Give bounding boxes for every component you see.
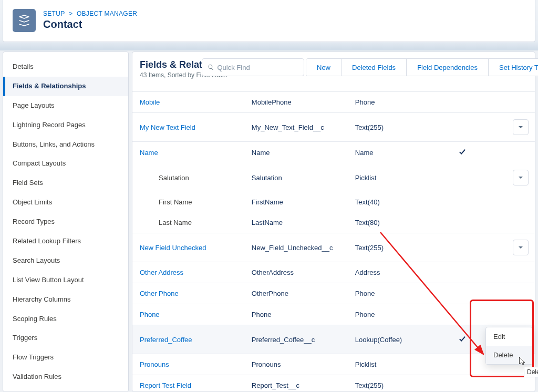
table-row: My New Text Field My_New_Text_Field__c T…	[132, 113, 535, 142]
breadcrumb-current[interactable]: OBJECT MANAGER	[77, 10, 137, 17]
field-api: Salutation	[247, 163, 351, 192]
field-link[interactable]: Mobile	[140, 98, 160, 106]
field-link[interactable]: Name	[140, 149, 158, 157]
field-type: Text(80)	[351, 212, 454, 233]
field-api: OtherAddress	[247, 262, 351, 283]
field-type: Text(255)	[351, 233, 454, 262]
field-api: Preferred_Coffee__c	[247, 325, 351, 354]
field-link[interactable]: My New Text Field	[140, 123, 195, 131]
field-api: New_Field_Unchecked__c	[247, 233, 351, 262]
field-api: My_New_Text_Field__c	[247, 113, 351, 142]
field-api: OtherPhone	[247, 283, 351, 304]
table-row: Pronouns Pronouns Picklist	[132, 354, 535, 375]
field-api: LastName	[247, 212, 351, 233]
menu-item-edit[interactable]: Edit	[486, 327, 532, 346]
field-label: Last Name	[132, 212, 247, 233]
table-row: Last Name LastName Text(80)	[132, 212, 535, 233]
sidebar-item-hierarchy-cols[interactable]: Hierarchy Columns	[3, 290, 128, 310]
breadcrumb[interactable]: SETUP > OBJECT MANAGER	[43, 10, 137, 17]
field-label: First Name	[132, 192, 247, 212]
sidebar-item-buttons-links[interactable]: Buttons, Links, and Actions	[3, 135, 128, 154]
sidebar-item-record-types[interactable]: Record Types	[3, 212, 128, 232]
field-dependencies-button[interactable]: Field Dependencies	[406, 59, 488, 76]
field-link[interactable]: New Field Unchecked	[140, 244, 206, 252]
page-title: Contact	[43, 18, 137, 30]
main-panel: Fields & Relationships 43 Items, Sorted …	[132, 51, 535, 392]
field-link[interactable]: Report Test Field	[140, 381, 191, 389]
field-api: Report_Test__c	[247, 375, 351, 393]
field-type: Phone	[351, 283, 454, 304]
table-row: Name Name Name	[132, 142, 535, 164]
table-row: Preferred_Coffee Preferred_Coffee__c Loo…	[132, 325, 535, 354]
menu-item-delete[interactable]: Delete	[486, 346, 532, 364]
check-icon	[459, 149, 466, 157]
field-api: Pronouns	[247, 354, 351, 375]
row-actions-button[interactable]	[513, 119, 529, 135]
sidebar-item-field-sets[interactable]: Field Sets	[3, 173, 128, 193]
field-link[interactable]: Pronouns	[140, 360, 169, 368]
field-type: Lookup(Coffee)	[351, 325, 454, 354]
breadcrumb-root[interactable]: SETUP	[43, 10, 65, 17]
field-type: Picklist	[351, 163, 454, 192]
sidebar-item-triggers[interactable]: Triggers	[3, 328, 128, 348]
field-type: Picklist	[351, 354, 454, 375]
page-header: SETUP > OBJECT MANAGER Contact	[0, 0, 538, 50]
field-type: Phone	[351, 92, 454, 113]
field-link[interactable]: Phone	[140, 311, 160, 318]
table-row: New Field Unchecked New_Field_Unchecked_…	[132, 233, 535, 262]
sidebar-item-search-layouts[interactable]: Search Layouts	[3, 251, 128, 271]
table-row: Report Test Field Report_Test__c Text(25…	[132, 375, 535, 393]
field-type: Text(255)	[351, 113, 454, 142]
table-row: First Name FirstName Text(40)	[132, 192, 535, 212]
field-label: Salutation	[132, 163, 247, 192]
search-icon	[208, 64, 214, 71]
table-row: Salutation Salutation Picklist	[132, 163, 535, 192]
header-button-group: New Deleted Fields Field Dependencies Se…	[306, 58, 538, 76]
sidebar-item-object-limits[interactable]: Object Limits	[3, 193, 128, 212]
sidebar-item-lightning-pages[interactable]: Lightning Record Pages	[3, 116, 128, 135]
quick-find-input[interactable]	[218, 64, 299, 71]
row-actions-menu: Edit Delete	[485, 327, 533, 365]
deleted-fields-button[interactable]: Deleted Fields	[341, 59, 406, 76]
sidebar-item-fields[interactable]: Fields & Relationships	[3, 77, 128, 96]
sidebar-item-page-layouts[interactable]: Page Layouts	[3, 96, 128, 116]
field-link[interactable]: Other Address	[140, 269, 183, 276]
field-type: Text(40)	[351, 192, 454, 212]
fields-table: Mobile MobilePhone Phone My New Text Fie…	[132, 91, 535, 392]
row-actions-button[interactable]	[513, 240, 529, 255]
field-type: Phone	[351, 304, 454, 325]
set-history-tracking-button[interactable]: Set History Tracking	[488, 59, 538, 76]
sidebar: Details Fields & Relationships Page Layo…	[3, 51, 129, 392]
check-icon	[459, 336, 466, 344]
field-api: FirstName	[247, 192, 351, 212]
setup-icon	[13, 9, 36, 32]
new-button[interactable]: New	[306, 59, 341, 76]
sidebar-item-compact-layouts[interactable]: Compact Layouts	[3, 154, 128, 173]
field-api: Phone	[247, 304, 351, 325]
sidebar-item-flow-triggers[interactable]: Flow Triggers	[3, 348, 128, 367]
table-row: Other Address OtherAddress Address	[132, 262, 535, 283]
table-row: Phone Phone Phone	[132, 304, 535, 325]
sidebar-item-listview-button[interactable]: List View Button Layout	[3, 271, 128, 290]
sidebar-item-lookup-filters[interactable]: Related Lookup Filters	[3, 232, 128, 251]
field-type: Text(255)	[351, 375, 454, 393]
field-link[interactable]: Preferred_Coffee	[140, 336, 192, 344]
table-row: Mobile MobilePhone Phone	[132, 92, 535, 113]
field-api: MobilePhone	[247, 92, 351, 113]
sidebar-item-validation-rules[interactable]: Validation Rules	[3, 367, 128, 387]
sidebar-item-details[interactable]: Details	[3, 57, 128, 77]
field-type: Name	[351, 142, 454, 164]
row-actions-button[interactable]	[513, 170, 529, 185]
sidebar-item-scoping-rules[interactable]: Scoping Rules	[3, 310, 128, 329]
field-link[interactable]: Other Phone	[140, 290, 179, 297]
quick-find[interactable]	[202, 58, 304, 76]
table-row: Other Phone OtherPhone Phone	[132, 283, 535, 304]
field-type: Address	[351, 262, 454, 283]
field-api: Name	[247, 142, 351, 164]
